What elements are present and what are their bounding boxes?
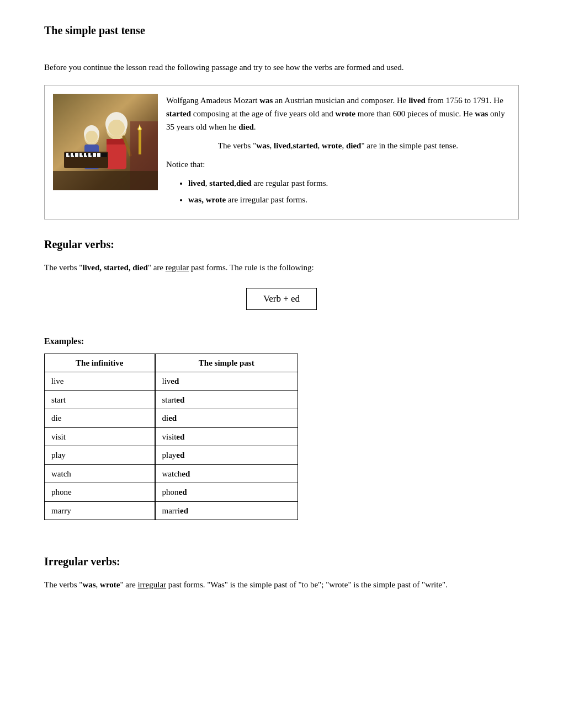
past-cell: started [155, 390, 298, 409]
passage-text2: an Austrian musician and composer. He [273, 96, 408, 105]
col1-header: The infinitive [45, 354, 155, 372]
passage-text7: . [254, 122, 256, 131]
svg-rect-21 [97, 153, 100, 157]
svg-point-6 [108, 120, 125, 136]
infinitive-cell: start [45, 390, 155, 409]
irregular-underline: irregular [137, 580, 166, 589]
verb-table: The infinitive The simple past livelived… [44, 354, 298, 521]
intro-paragraph: Before you continue the lesson read the … [44, 61, 519, 74]
died-word: died [238, 122, 254, 131]
lived-word: lived [408, 96, 426, 105]
bullet-item-1: lived, started,died are regular past for… [188, 176, 510, 190]
svg-rect-26 [91, 153, 93, 156]
regular-underline: regular [166, 263, 189, 272]
svg-rect-29 [139, 130, 141, 154]
past-cell: watched [155, 464, 298, 483]
table-row: watchwatched [45, 464, 298, 483]
table-row: playplayed [45, 446, 298, 465]
infinitive-cell: live [45, 372, 155, 391]
svg-rect-20 [93, 153, 96, 157]
bullet-item-2: was, wrote are irregular past forms. [188, 193, 510, 206]
passage-text4: composing at the age of five years old a… [191, 109, 336, 118]
table-row: marrymarried [45, 501, 298, 520]
passage-content: Wolfgang Amadeus Mozart was an Austrian … [166, 94, 510, 211]
past-cell: died [155, 409, 298, 428]
regular-intro: The verbs "lived, started, died" are reg… [44, 261, 519, 274]
irregular-comma: , [96, 580, 100, 589]
irregular-section: Irregular verbs: The verbs "was, wrote" … [44, 553, 519, 591]
passage-text3: from 1756 to 1791. He [426, 96, 503, 105]
rule-container: Verb + ed [44, 282, 519, 321]
passage-text5: more than 600 pieces of music. He [355, 109, 475, 118]
notice-text: Notice that: [166, 158, 510, 171]
wrote-word: wrote [336, 109, 355, 118]
table-row: visitvisited [45, 427, 298, 446]
past-cell: visited [155, 427, 298, 446]
irregular-intro: The verbs "was, wrote" are irregular pas… [44, 578, 519, 591]
irregular-verbs-title: Irregular verbs: [44, 553, 519, 570]
irregular-mid: " are [120, 580, 137, 589]
past-cell: played [155, 446, 298, 465]
regular-intro-post: " are [148, 263, 166, 272]
regular-verbs-title: Regular verbs: [44, 236, 519, 253]
irregular-wrote: wrote [100, 580, 120, 589]
infinitive-cell: play [45, 446, 155, 465]
svg-rect-24 [82, 153, 84, 156]
irregular-was: was [82, 580, 95, 589]
table-row: startstarted [45, 390, 298, 409]
regular-verbs-list: lived, started, died [82, 263, 147, 272]
infinitive-cell: phone [45, 483, 155, 502]
past-cell: phoned [155, 483, 298, 502]
svg-rect-16 [75, 153, 78, 157]
svg-rect-23 [73, 153, 75, 156]
examples-title: Examples: [44, 335, 519, 348]
infinitive-cell: die [45, 409, 155, 428]
svg-rect-22 [68, 153, 71, 156]
svg-rect-28 [53, 171, 158, 190]
bullet-list: lived, started,died are regular past for… [188, 176, 510, 206]
col2-header: The simple past [155, 354, 298, 372]
irregular-pre: The verbs " [44, 580, 82, 589]
started-word: started [166, 109, 191, 118]
was1: was [259, 96, 273, 105]
infinitive-cell: visit [45, 427, 155, 446]
verb-table-body: livelivedstartstarteddiediedvisitvisited… [45, 372, 298, 520]
regular-intro-pre: The verbs " [44, 263, 82, 272]
rule-box: Verb + ed [246, 288, 317, 310]
past-cell: married [155, 501, 298, 520]
irregular-end: past forms. "Was" is the simple past of … [166, 580, 448, 589]
infinitive-cell: watch [45, 464, 155, 483]
page-title: The simple past tense [44, 22, 519, 39]
svg-point-11 [86, 131, 98, 143]
svg-rect-25 [86, 153, 88, 156]
passage-text1: Wolfgang Amadeus Mozart [166, 96, 259, 105]
table-header-row: The infinitive The simple past [45, 354, 298, 372]
table-row: livelived [45, 372, 298, 391]
mozart-painting-svg [53, 94, 158, 190]
was2: was [475, 109, 488, 118]
regular-intro-end: past forms. The rule is the following: [189, 263, 314, 272]
table-row: phonephoned [45, 483, 298, 502]
infinitive-cell: marry [45, 501, 155, 520]
table-row: diedied [45, 409, 298, 428]
mozart-image [53, 94, 158, 190]
passage-box: Wolfgang Amadeus Mozart was an Austrian … [44, 85, 519, 220]
past-cell: lived [155, 372, 298, 391]
